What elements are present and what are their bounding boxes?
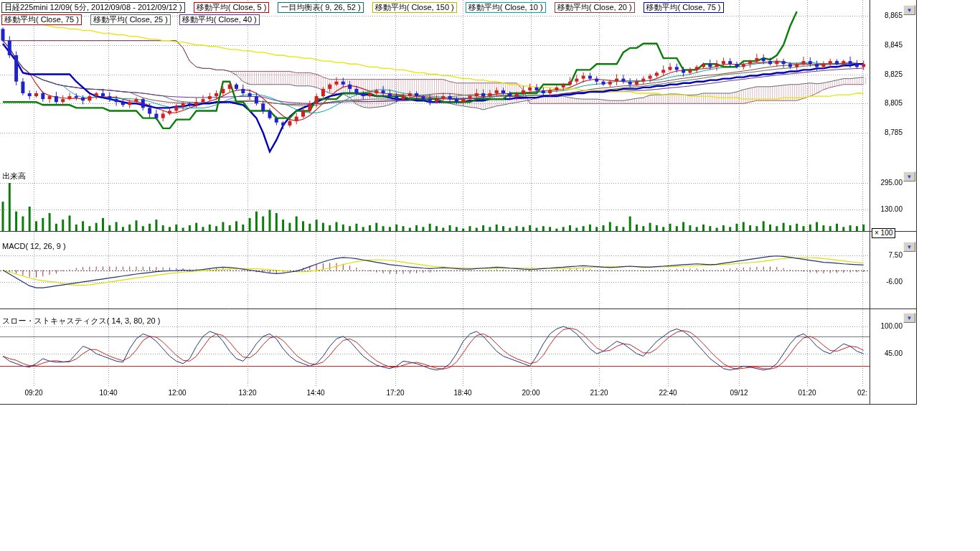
volume-unit-badge: × 100	[872, 228, 895, 238]
legend-item[interactable]: 移動平均( Close, 5 )	[194, 2, 270, 13]
legend-item[interactable]: 移動平均( Close, 40 )	[179, 14, 260, 25]
time-axis-label: 10:40	[91, 389, 126, 397]
time-axis-label: 01:20	[790, 389, 824, 397]
legend-item[interactable]: 一目均衡表( 9, 26, 52 )	[278, 2, 363, 13]
stoch-panel-label: スロー・ストキャスティクス( 14, 3, 80, 20 )	[2, 316, 160, 326]
legend-item[interactable]: 移動平均( Close, 10 )	[466, 2, 546, 13]
legend-item[interactable]: 移動平均( Close, 25 )	[90, 14, 171, 25]
legend-row-1: 日経225mini 12/09( 5分, 2012/09/08 - 2012/0…	[1, 2, 724, 13]
time-axis-label: 09/12	[722, 389, 756, 397]
time-axis-label: 14:40	[298, 389, 333, 397]
chart-window: 日経225mini 12/09( 5分, 2012/09/08 - 2012/0…	[0, 0, 980, 551]
stoch-panel-dropdown-button[interactable]: ▼	[903, 313, 915, 323]
stoch-axis-label: 45.00	[871, 349, 903, 357]
time-axis-label: 09:20	[17, 389, 51, 397]
price-axis-label: 8,825	[871, 70, 903, 78]
macd-panel-label: MACD( 12, 26, 9 )	[2, 242, 66, 250]
time-axis-label: 18:40	[446, 389, 480, 397]
legend-item[interactable]: 移動平均( Close, 150 )	[372, 2, 457, 13]
price-axis-label: 8,865	[871, 11, 903, 19]
time-axis-label: 21:20	[582, 389, 616, 397]
chevron-down-icon: ▼	[907, 7, 913, 14]
legend-row-2: 移動平均( Close, 75 )移動平均( Close, 25 )移動平均( …	[1, 14, 260, 25]
price-axis-label: 8,845	[871, 41, 903, 49]
volume-panel-dropdown-button[interactable]: ▼	[903, 171, 915, 182]
legend-item[interactable]: 移動平均( Close, 75 )	[1, 14, 82, 25]
volume-panel-label: 出来高	[2, 171, 26, 182]
time-axis-label: 17:20	[378, 389, 413, 397]
chevron-down-icon: ▼	[907, 315, 913, 321]
volume-axis-label: 295.00	[871, 179, 903, 187]
time-axis-label: 02:	[845, 389, 880, 397]
chart-title: 日経225mini 12/09( 5分, 2012/09/08 - 2012/0…	[1, 2, 185, 13]
time-axis-label: 12:00	[160, 389, 194, 397]
time-axis-label: 13:20	[230, 389, 265, 397]
time-axis-label: 20:00	[514, 389, 548, 397]
stoch-axis-label: 100.00	[871, 322, 903, 330]
macd-axis-label: 7.50	[871, 251, 903, 259]
macd-panel-dropdown-button[interactable]: ▼	[903, 242, 915, 252]
price-axis-label: 8,785	[871, 128, 903, 136]
price-axis-label: 8,805	[871, 99, 903, 107]
legend-item[interactable]: 移動平均( Close, 75 )	[644, 2, 724, 13]
chevron-down-icon: ▼	[907, 244, 913, 250]
price-chart-canvas[interactable]	[0, 0, 980, 430]
time-axis-label: 22:40	[651, 389, 685, 397]
legend-item[interactable]: 移動平均( Close, 20 )	[555, 2, 635, 13]
chevron-down-icon: ▼	[907, 174, 913, 180]
price-panel-dropdown-button[interactable]: ▼	[903, 5, 915, 15]
macd-axis-label: -6.00	[871, 278, 903, 286]
volume-axis-label: 130.00	[871, 205, 903, 213]
